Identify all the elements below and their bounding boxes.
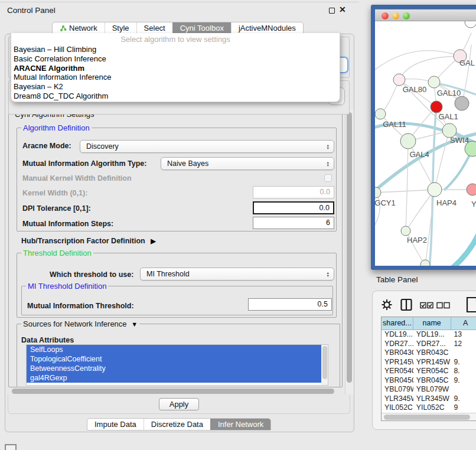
network-node[interactable] bbox=[400, 133, 416, 149]
table-cell: YER054C bbox=[382, 367, 413, 376]
table-row[interactable]: YPR145WYPR145W9. bbox=[382, 358, 476, 367]
network-node[interactable] bbox=[428, 76, 440, 88]
table-row[interactable]: YER054CYER054C8. bbox=[382, 367, 476, 376]
attribute-item-betweennesscentrality[interactable]: BetweennessCentrality bbox=[27, 364, 328, 373]
manual-kernel-width-label: Manual Kernel Width Definition bbox=[22, 174, 132, 182]
table-panel-title: Table Panel bbox=[376, 275, 418, 284]
threshold-definition-title: Threshold Definition bbox=[21, 249, 93, 257]
tab-select[interactable]: Select bbox=[136, 22, 172, 34]
tab-network[interactable]: Network bbox=[53, 22, 105, 34]
hub-definition-label: Hub/Transcription Factor Definition bbox=[21, 237, 145, 245]
mi-steps-field[interactable]: 6 bbox=[253, 217, 334, 229]
attributes-scrollbar-thumb[interactable] bbox=[322, 346, 327, 379]
kernel-width-field[interactable]: 0.0 bbox=[253, 186, 334, 198]
tab-cyni-toolbox[interactable]: Cyni Toolbox bbox=[172, 22, 231, 34]
table-row[interactable]: YDL19...YDL19...13 bbox=[382, 330, 476, 340]
network-node[interactable] bbox=[431, 101, 442, 113]
aracne-mode-label: Aracne Mode: bbox=[22, 142, 71, 150]
mi-algorithm-type-label: Mutual Information Algorithm Type: bbox=[22, 159, 146, 168]
table-cell: YLR345W bbox=[382, 394, 413, 404]
algorithm-option-mutual-information-inference[interactable]: Mutual Information Inference bbox=[11, 73, 340, 82]
network-node[interactable] bbox=[455, 96, 469, 110]
attribute-item-topologicalcoefficient[interactable]: TopologicalCoefficient bbox=[27, 354, 328, 364]
tab-impute-data[interactable]: Impute Data bbox=[87, 419, 144, 430]
which-threshold-value: MI Threshold bbox=[146, 270, 190, 278]
algorithm-definition-title: Algorithm Definition bbox=[21, 123, 92, 132]
network-edge bbox=[406, 141, 408, 231]
new-table-icon[interactable] bbox=[466, 296, 476, 313]
table-row[interactable]: YDR27...YDR27...12 bbox=[382, 340, 476, 349]
table-horizontal-scrollbar-thumb[interactable] bbox=[384, 415, 470, 420]
network-window-titlebar[interactable] bbox=[375, 9, 476, 21]
close-traffic-light[interactable] bbox=[382, 12, 389, 19]
table-cell: YBR043C bbox=[413, 348, 451, 358]
algorithm-option-basic-correlation-inference[interactable]: Basic Correlation Inference bbox=[11, 54, 340, 64]
table-cell: YBL079W bbox=[382, 385, 413, 394]
network-node[interactable] bbox=[393, 74, 405, 86]
table-row[interactable]: YBL079WYBL079W bbox=[382, 385, 476, 394]
table-body: YDL19...YDL19...13YDR27...YDR27...12YBR0… bbox=[382, 330, 476, 413]
table-cell: YER054C bbox=[413, 367, 451, 376]
network-node[interactable] bbox=[428, 182, 442, 197]
table-row[interactable]: YBR043CYBR043C bbox=[382, 348, 476, 358]
settings-horizontal-scrollbar-thumb[interactable] bbox=[12, 389, 334, 394]
sources-toggle[interactable]: Sources for Network Inference ▼ bbox=[21, 319, 139, 328]
algorithm-option-bayesian-k2[interactable]: Bayesian – K2 bbox=[11, 82, 340, 92]
manual-kernel-width-checkbox[interactable] bbox=[324, 174, 332, 182]
network-node-label: GAL4 bbox=[409, 150, 429, 159]
table-row[interactable]: YBR045CYBR045C9. bbox=[382, 376, 476, 386]
table-row[interactable]: YLR345WYLR345W9. bbox=[382, 394, 476, 404]
tab-label: Discretize Data bbox=[151, 419, 203, 431]
attributes-scrollbar[interactable] bbox=[321, 345, 328, 385]
algorithm-option-dream8-dc-tdc-algorithm[interactable]: Dream8 DC_TDC Algorithm bbox=[11, 92, 340, 101]
algorithm-option-bayesian-hill-climbing[interactable]: Bayesian – Hill Climbing bbox=[11, 45, 340, 54]
network-node[interactable] bbox=[375, 109, 386, 119]
attribute-item-selfloops[interactable]: SelfLoops bbox=[27, 345, 328, 354]
checked-checkboxes-icon[interactable] bbox=[420, 302, 434, 309]
dpi-tolerance-field[interactable]: 0.0 bbox=[253, 201, 334, 214]
network-node[interactable] bbox=[375, 187, 381, 198]
close-icon[interactable]: ✕ bbox=[339, 5, 346, 14]
hub-definition-toggle[interactable]: Hub/Transcription Factor Definition ▶ bbox=[21, 237, 156, 245]
network-node[interactable] bbox=[467, 184, 476, 195]
tab-style[interactable]: Style bbox=[105, 22, 136, 34]
combo-arrows-icon: ▲▼ bbox=[327, 158, 330, 170]
tab-jactivemnodules[interactable]: jActiveMNodules bbox=[231, 22, 303, 34]
tab-infer-network[interactable]: Infer Network bbox=[210, 419, 270, 430]
table-cell: YIL052C bbox=[382, 403, 413, 413]
collapse-down-icon[interactable]: ▼ bbox=[131, 321, 138, 328]
gear-icon[interactable] bbox=[381, 298, 393, 311]
table-cell: 12 bbox=[451, 340, 476, 349]
column-header-name[interactable]: name bbox=[413, 317, 451, 330]
settings-vertical-scrollbar-thumb[interactable] bbox=[347, 112, 352, 383]
apply-button[interactable]: Apply bbox=[159, 398, 199, 410]
mi-threshold-field[interactable]: 0.5 bbox=[248, 298, 332, 311]
mi-algorithm-type-combo[interactable]: Naive Bayes ▲▼ bbox=[161, 157, 334, 170]
algorithm-option-aracne-algorithm[interactable]: ARACNE Algorithm bbox=[11, 64, 340, 73]
network-view-canvas[interactable]: GALGAL80GAL10GAL1GAL11SWI4GAL4GCY1HAP4YH… bbox=[375, 21, 476, 266]
mi-threshold-definition-title: MI Threshold Definition bbox=[26, 282, 108, 291]
column-header-shared[interactable]: shared... bbox=[382, 317, 413, 330]
minimize-traffic-light[interactable] bbox=[392, 12, 399, 19]
node-table: shared...nameA YDL19...YDL19...13YDR27..… bbox=[381, 317, 476, 421]
column-header-a[interactable]: A bbox=[451, 317, 476, 330]
cutoff-button[interactable] bbox=[5, 444, 17, 450]
columns-icon[interactable] bbox=[400, 298, 412, 311]
combo-arrows-icon: ▲▼ bbox=[327, 141, 330, 153]
network-edge bbox=[435, 131, 449, 190]
network-node[interactable] bbox=[401, 226, 410, 236]
tab-label: Cyni Toolbox bbox=[180, 22, 224, 34]
network-node[interactable] bbox=[465, 21, 476, 28]
unchecked-checkboxes-icon[interactable] bbox=[436, 302, 451, 309]
table-row[interactable]: YIL052CYIL052C9 bbox=[382, 403, 476, 413]
tab-discretize-data[interactable]: Discretize Data bbox=[144, 419, 210, 430]
table-cell: 9. bbox=[451, 376, 476, 386]
aracne-mode-combo[interactable]: Discovery ▲▼ bbox=[80, 140, 334, 153]
table-horizontal-scrollbar[interactable] bbox=[382, 413, 476, 420]
zoom-traffic-light[interactable] bbox=[403, 12, 410, 19]
float-window-icon[interactable] bbox=[329, 8, 335, 14]
attribute-item-gal4rgexp[interactable]: gal4RGexp bbox=[27, 373, 328, 383]
expand-right-icon[interactable]: ▶ bbox=[151, 237, 155, 244]
which-threshold-combo[interactable]: MI Threshold ▲▼ bbox=[140, 268, 334, 281]
table-cell: YIL052C bbox=[413, 403, 451, 413]
